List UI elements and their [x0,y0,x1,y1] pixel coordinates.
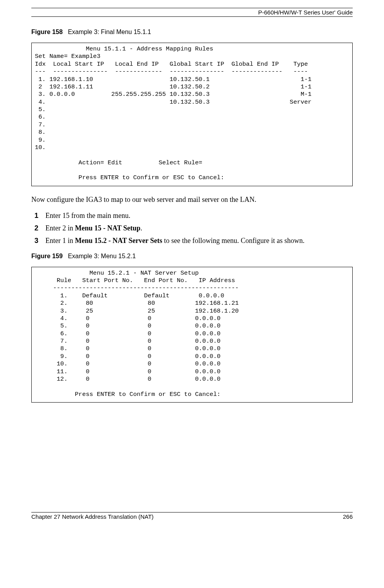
figure-158-label: Figure 158 [31,29,63,35]
figure-158-caption-text: Example 3: Final Menu 15.1.1 [68,29,151,35]
header-guide-title: P-660H/HW/W-T Series User' Guide [31,9,353,17]
step-1-text: Enter 15 from the main menu. [45,212,130,219]
figure-159-caption-text: Example 3: Menu 15.2.1 [68,253,135,259]
terminal-menu-15-2-1: Menu 15.2.1 - NAT Server Setup Rule Star… [31,267,353,403]
step-1-number: 1 [34,211,38,220]
figure-159-caption: Figure 159 Example 3: Menu 15.2.1 [31,253,353,260]
figure-158-caption: Figure 158 Example 3: Final Menu 15.1.1 [31,29,353,36]
footer-page-number: 266 [343,513,353,520]
step-3-number: 3 [34,236,38,245]
step-2: 2 Enter 2 in Menu 15 - NAT Setup. [42,223,353,233]
step-2-post: . [141,224,142,232]
step-2-bold: Menu 15 - NAT Setup [75,224,140,232]
body-paragraph: Now configure the IGA3 to map to our web… [31,196,353,204]
step-3-bold: Menu 15.2 - NAT Server Sets [75,237,162,245]
step-3-post: to see the following menu. Configure it … [162,237,304,245]
step-3-pre: Enter 1 in [45,237,75,245]
step-3: 3 Enter 1 in Menu 15.2 - NAT Server Sets… [42,236,353,245]
step-1: 1 Enter 15 from the main menu. [42,211,353,220]
step-2-pre: Enter 2 in [45,224,75,232]
step-2-number: 2 [34,223,38,233]
steps-list: 1 Enter 15 from the main menu. 2 Enter 2… [31,211,353,246]
figure-159-label: Figure 159 [31,253,63,259]
footer-chapter: Chapter 27 Network Address Translation (… [31,513,153,520]
terminal-menu-15-1-1: Menu 15.1.1 - Address Mapping Rules Set … [31,43,353,186]
